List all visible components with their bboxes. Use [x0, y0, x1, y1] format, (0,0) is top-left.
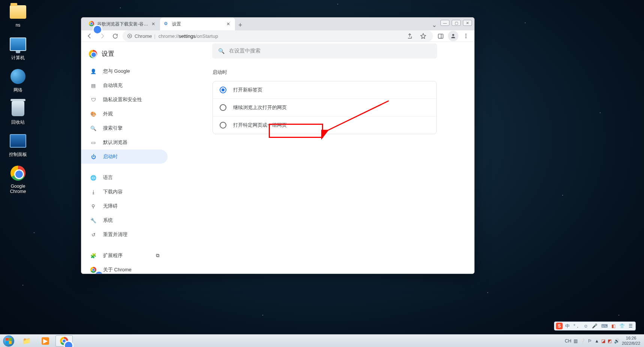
- side-panel-button[interactable]: [435, 31, 446, 41]
- menu-button[interactable]: [461, 31, 471, 41]
- settings-search-input[interactable]: 🔍 在设置中搜索: [212, 43, 437, 58]
- tray-volume-icon[interactable]: 🔊: [614, 338, 620, 344]
- sidebar-item-label: 外观: [103, 111, 113, 117]
- chrome-scheme-icon: Chrome |: [127, 33, 156, 39]
- svg-point-3: [452, 34, 454, 36]
- trash-icon: [12, 101, 24, 116]
- sidebar-item-languages[interactable]: 🌐语言: [81, 171, 168, 185]
- share-button[interactable]: [404, 31, 415, 41]
- sidebar-item-system[interactable]: 🔧系统: [81, 213, 168, 227]
- desktop-icon-recycle-bin[interactable]: 回收站: [3, 100, 33, 126]
- svg-point-4: [466, 34, 467, 35]
- settings-page: 设置 👤您与 Google ▤自动填充 🛡隐私设置和安全性 🎨外观 🔍搜索引擎 …: [81, 42, 474, 274]
- sidebar-item-privacy[interactable]: 🛡隐私设置和安全性: [81, 93, 168, 107]
- desktop-icon-network[interactable]: 网络: [3, 67, 33, 93]
- desktop-icon-ns[interactable]: ns: [3, 3, 33, 28]
- tray-clock[interactable]: 16:26 2022/8/22: [622, 336, 640, 346]
- ime-settings-button[interactable]: ☰: [628, 323, 634, 329]
- sidebar-item-you-and-google[interactable]: 👤您与 Google: [81, 64, 168, 78]
- ime-voice-button[interactable]: 🎤: [591, 323, 599, 329]
- sidebar-item-label: 重置并清理: [103, 231, 127, 238]
- settings-favicon-icon: ⚙: [164, 21, 170, 27]
- sidebar-item-accessibility[interactable]: ⚲无障碍: [81, 199, 168, 213]
- settings-main: 🔍 在设置中搜索 启动时 打开新标签页 继续浏览上次打开的网页: [175, 42, 474, 274]
- tab-close-button[interactable]: ✕: [225, 21, 231, 27]
- ime-keyboard-button[interactable]: ⌨: [600, 323, 609, 329]
- url-text: /onStartup: [196, 33, 218, 39]
- sidebar-item-label: 无障碍: [103, 203, 118, 209]
- tab-close-button[interactable]: ✕: [150, 21, 156, 27]
- new-tab-button[interactable]: +: [235, 20, 246, 30]
- startup-option-specific-pages[interactable]: 打开特定网页或一组网页: [213, 116, 436, 134]
- settings-sidebar: 设置 👤您与 Google ▤自动填充 🛡隐私设置和安全性 🎨外观 🔍搜索引擎 …: [81, 42, 175, 274]
- sidebar-item-downloads[interactable]: ⭳下载内容: [81, 185, 168, 199]
- taskbar-item-explorer[interactable]: 📁: [18, 335, 35, 347]
- sidebar-item-default-browser[interactable]: ▭默认浏览器: [81, 135, 168, 150]
- reload-button[interactable]: [110, 31, 120, 41]
- chrome-icon: [89, 50, 97, 58]
- address-bar[interactable]: Chrome | chrome://settings/onStartup: [123, 30, 433, 42]
- window-close-button[interactable]: ✕: [463, 20, 472, 26]
- sidebar-item-about[interactable]: 关于 Chrome: [81, 263, 168, 274]
- sidebar-item-autofill[interactable]: ▤自动填充: [81, 78, 168, 93]
- sidebar-item-label: 关于 Chrome: [103, 266, 132, 273]
- start-button[interactable]: [0, 335, 17, 347]
- bookmark-button[interactable]: [418, 31, 428, 41]
- desktop-icon-label: 回收站: [3, 119, 33, 126]
- browser-icon: ▭: [90, 140, 97, 145]
- search-icon: 🔍: [90, 126, 97, 131]
- ime-skin-button[interactable]: ◧: [610, 323, 617, 329]
- desktop-icon-control-panel[interactable]: 控制面板: [3, 132, 33, 158]
- profile-button[interactable]: [448, 31, 458, 41]
- tray-app-icon[interactable]: ◩: [608, 338, 612, 344]
- tray-help-icon[interactable]: ❔: [580, 338, 586, 344]
- side-panel-icon: [437, 33, 444, 39]
- ime-emoji-button[interactable]: ☺: [583, 323, 589, 329]
- tray-lang-indicator[interactable]: CH: [565, 338, 571, 344]
- chrome-window: 谷歌浏览器下载安装-谷歌浏览器 ✕ ⚙ 设置 ✕ + ⌄ ― ▢ ✕: [81, 17, 475, 274]
- ime-toolbar[interactable]: S 中 °， ☺ 🎤 ⌨ ◧ 👕 ☰: [554, 322, 636, 331]
- taskbar-item-media-player[interactable]: ▶: [37, 335, 54, 347]
- tabs-dropdown-button[interactable]: ⌄: [432, 21, 437, 28]
- url-text: chrome://: [159, 33, 179, 39]
- svg-point-5: [466, 36, 467, 37]
- tab-active[interactable]: ⚙ 设置 ✕: [160, 18, 235, 30]
- download-icon: ⭳: [90, 189, 97, 195]
- sidebar-item-search-engine[interactable]: 🔍搜索引擎: [81, 121, 168, 135]
- tab-title: 谷歌浏览器下载安装-谷歌浏览器: [97, 21, 148, 27]
- desktop-icon-computer[interactable]: 计算机: [3, 35, 33, 61]
- window-maximize-button[interactable]: ▢: [452, 20, 461, 26]
- sidebar-item-extensions[interactable]: 🧩扩展程序⧉: [81, 248, 168, 263]
- ime-punct-button[interactable]: °，: [572, 323, 581, 329]
- tray-date: 2022/8/22: [622, 341, 640, 346]
- settings-title: 设置: [102, 49, 114, 58]
- svg-rect-2: [438, 34, 443, 38]
- folder-icon: [10, 5, 26, 19]
- ime-lang-button[interactable]: 中: [564, 323, 571, 329]
- tray-action-center-icon[interactable]: 🏳: [588, 338, 592, 344]
- window-minimize-button[interactable]: ―: [440, 20, 449, 26]
- search-placeholder: 在设置中搜索: [229, 48, 261, 54]
- startup-option-new-tab[interactable]: 打开新标签页: [213, 81, 436, 99]
- sidebar-item-label: 您与 Google: [103, 68, 130, 75]
- tab-inactive[interactable]: 谷歌浏览器下载安装-谷歌浏览器 ✕: [85, 18, 160, 30]
- sidebar-item-reset[interactable]: ↺重置并清理: [81, 227, 168, 242]
- taskbar-item-chrome[interactable]: [55, 335, 73, 347]
- sidebar-item-appearance[interactable]: 🎨外观: [81, 107, 168, 121]
- desktop-icon-chrome[interactable]: Google Chrome: [3, 164, 33, 194]
- toolbar: Chrome | chrome://settings/onStartup: [81, 30, 474, 42]
- tray-app-icon[interactable]: ◪: [601, 338, 605, 344]
- ime-pin-button[interactable]: 👕: [618, 323, 626, 329]
- tray-chevron-up-icon[interactable]: ▲: [595, 338, 599, 344]
- window-titlebar[interactable]: 谷歌浏览器下载安装-谷歌浏览器 ✕ ⚙ 设置 ✕ + ⌄ ― ▢ ✕: [81, 18, 474, 30]
- power-icon: ⏻: [90, 154, 97, 160]
- ime-logo-icon: S: [556, 323, 563, 329]
- tray-network-icon[interactable]: ▥: [574, 338, 578, 344]
- radio-label: 打开特定网页或一组网页: [233, 122, 287, 129]
- startup-option-continue[interactable]: 继续浏览上次打开的网页: [213, 99, 436, 116]
- sidebar-item-label: 启动时: [103, 153, 118, 160]
- radio-label: 打开新标签页: [233, 87, 262, 93]
- sidebar-item-on-startup[interactable]: ⏻启动时: [81, 150, 168, 164]
- restore-icon: ↺: [90, 232, 97, 238]
- svg-point-1: [129, 35, 130, 37]
